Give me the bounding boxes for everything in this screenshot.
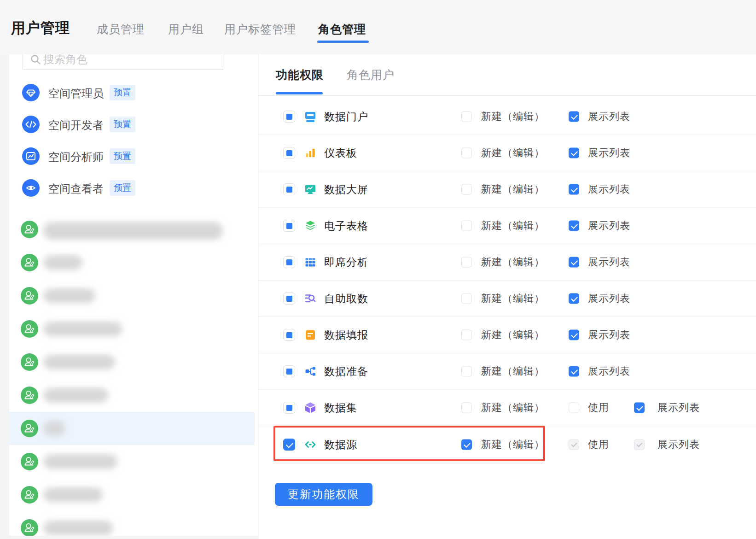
create-edit-checkbox[interactable] [461, 439, 472, 450]
sidebar-item-custom-role[interactable] [9, 445, 255, 478]
sidebar-item-custom-role-selected[interactable] [9, 412, 255, 445]
module-label: 即席分析 [324, 255, 368, 270]
sidebar-item-space-analyst[interactable]: 空间分析师 预置 [9, 141, 255, 171]
redacted-role-name [44, 255, 82, 270]
data-portal-icon [304, 110, 317, 123]
adhoc-analysis-icon [304, 256, 317, 269]
user-edit-icon [21, 486, 38, 504]
preset-badge: 预置 [110, 148, 135, 164]
row-select-checkbox[interactable] [283, 111, 295, 123]
sidebar-item-space-developer[interactable]: 空间开发者 预置 [9, 110, 255, 139]
tab-user-groups[interactable]: 用户组 [168, 22, 204, 37]
row-select-checkbox[interactable] [283, 183, 295, 195]
redacted-role-name [44, 421, 65, 436]
show-list-checkbox[interactable] [569, 366, 579, 377]
sidebar-item-custom-role[interactable] [9, 312, 255, 346]
row-select-checkbox[interactable] [283, 293, 295, 305]
panel-active-tab-underline [276, 92, 323, 94]
sidebar-item-custom-role[interactable] [9, 246, 255, 279]
create-edit-label: 新建（编辑） [481, 328, 545, 342]
use-label: 使用 [588, 438, 609, 451]
create-edit-checkbox[interactable] [461, 148, 472, 158]
row-select-checkbox[interactable] [283, 256, 295, 268]
tab-member-management[interactable]: 成员管理 [97, 22, 145, 37]
show-list-checkbox[interactable] [569, 293, 579, 304]
preset-badge: 预置 [110, 180, 135, 196]
role-label: 空间查看者 [48, 182, 104, 196]
redacted-role-name [44, 521, 113, 535]
module-label: 仪表板 [324, 146, 357, 160]
show-list-checkbox[interactable] [569, 148, 579, 158]
create-edit-checkbox[interactable] [461, 366, 472, 377]
sidebar-item-space-viewer[interactable]: 空间查看者 预置 [9, 173, 255, 203]
show-list-checkbox[interactable] [569, 257, 579, 268]
table-row-big-screen: 数据大屏 新建（编辑） 展示列表 [258, 171, 756, 208]
tab-role-management[interactable]: 角色管理 [318, 22, 366, 37]
sidebar-item-space-admin[interactable]: 空间管理员 预置 [9, 78, 255, 107]
use-checkbox [569, 439, 579, 450]
show-list-label: 展示列表 [588, 182, 630, 196]
table-row-dataset: 数据集 新建（编辑） 使用 展示列表 [258, 390, 756, 426]
datasource-icon [304, 438, 317, 451]
show-list-checkbox[interactable] [569, 111, 579, 122]
user-management-page: 空间管理员 预置 空间开发者 预置 空间分析师 预置 空间查看者 预置 [0, 0, 756, 539]
preset-badge: 预置 [110, 85, 135, 100]
preset-badge: 预置 [110, 117, 135, 132]
redacted-role-name [44, 222, 222, 240]
update-permissions-button[interactable]: 更新功能权限 [275, 483, 372, 506]
tab-function-permissions[interactable]: 功能权限 [276, 67, 324, 82]
row-select-checkbox[interactable] [283, 439, 295, 451]
create-edit-checkbox[interactable] [461, 184, 472, 195]
show-list-checkbox[interactable] [634, 403, 645, 413]
create-edit-checkbox[interactable] [461, 257, 472, 268]
create-edit-label: 新建（编辑） [481, 182, 545, 196]
use-checkbox[interactable] [569, 403, 579, 413]
show-list-checkbox [634, 439, 645, 450]
module-label: 数据填报 [324, 328, 368, 342]
row-select-checkbox[interactable] [283, 329, 295, 341]
create-edit-checkbox[interactable] [461, 221, 472, 231]
page-title: 用户管理 [11, 18, 70, 38]
sidebar-item-custom-role[interactable] [9, 346, 255, 379]
create-edit-label: 新建（编辑） [481, 146, 545, 160]
create-edit-checkbox[interactable] [461, 330, 472, 340]
sidebar-item-custom-role[interactable] [9, 279, 255, 312]
sidebar-item-custom-role[interactable] [9, 213, 255, 246]
row-select-checkbox[interactable] [283, 365, 295, 377]
create-edit-label: 新建（编辑） [481, 255, 545, 269]
line-chart-icon [22, 147, 40, 165]
show-list-label: 展示列表 [588, 364, 630, 378]
table-row-data-filling: 数据填报 新建（编辑） 展示列表 [258, 317, 756, 353]
create-edit-label: 新建（编辑） [481, 292, 545, 305]
create-edit-checkbox[interactable] [461, 403, 472, 413]
row-select-checkbox[interactable] [283, 220, 295, 232]
row-select-checkbox[interactable] [283, 147, 295, 159]
show-list-label: 展示列表 [657, 438, 700, 451]
table-row-spreadsheet: 电子表格 新建（编辑） 展示列表 [258, 208, 756, 244]
create-edit-label: 新建（编辑） [481, 401, 545, 415]
redacted-role-name [44, 487, 103, 502]
redacted-role-name [44, 288, 95, 303]
user-edit-icon [21, 453, 38, 470]
row-select-checkbox[interactable] [283, 402, 295, 414]
show-list-checkbox[interactable] [569, 330, 579, 340]
big-screen-icon [304, 183, 317, 196]
gem-icon [22, 84, 40, 101]
module-label: 数据门户 [324, 110, 368, 124]
code-icon [22, 116, 40, 133]
show-list-checkbox[interactable] [569, 221, 579, 231]
sidebar-item-custom-role[interactable] [9, 379, 255, 412]
tab-role-users[interactable]: 角色用户 [347, 67, 395, 82]
spreadsheet-icon [304, 219, 317, 232]
create-edit-checkbox[interactable] [461, 111, 472, 122]
show-list-checkbox[interactable] [569, 184, 579, 195]
tab-user-tag-management[interactable]: 用户标签管理 [224, 22, 296, 37]
user-edit-icon [21, 519, 38, 537]
eye-icon [22, 179, 40, 197]
sidebar-item-custom-role[interactable] [9, 511, 255, 539]
sidebar-item-custom-role[interactable] [9, 478, 255, 511]
module-label: 数据准备 [324, 364, 368, 379]
module-label: 数据集 [324, 401, 357, 415]
create-edit-checkbox[interactable] [461, 293, 472, 304]
show-list-label: 展示列表 [588, 219, 630, 233]
